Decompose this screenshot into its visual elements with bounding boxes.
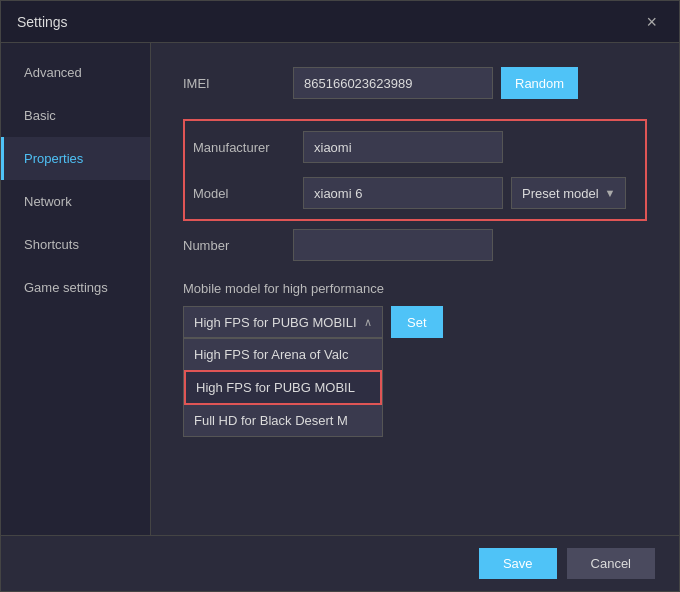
sidebar-item-shortcuts[interactable]: Shortcuts: [1, 223, 150, 266]
mobile-model-section: Mobile model for high performance High F…: [183, 281, 647, 338]
manufacturer-model-group: Manufacturer Model Preset model ▼: [183, 119, 647, 221]
mobile-model-label: Mobile model for high performance: [183, 281, 647, 296]
dropdown-option-3[interactable]: Full HD for Black Desert M: [184, 405, 382, 436]
close-button[interactable]: ×: [640, 11, 663, 33]
sidebar-item-properties[interactable]: Properties: [1, 137, 150, 180]
save-button[interactable]: Save: [479, 548, 557, 579]
imei-row: IMEI Random: [183, 67, 647, 99]
title-bar: Settings ×: [1, 1, 679, 43]
dropdown-selected[interactable]: High FPS for PUBG MOBILI ∧: [183, 306, 383, 338]
dropdown-list: High FPS for Arena of Valc High FPS for …: [183, 338, 383, 437]
manufacturer-input[interactable]: [303, 131, 503, 163]
imei-input[interactable]: [293, 67, 493, 99]
dropdown-row: High FPS for PUBG MOBILI ∧ High FPS for …: [183, 306, 647, 338]
dialog-title: Settings: [17, 14, 68, 30]
sidebar-item-basic[interactable]: Basic: [1, 94, 150, 137]
model-input[interactable]: [303, 177, 503, 209]
cancel-button[interactable]: Cancel: [567, 548, 655, 579]
content-area: Advanced Basic Properties Network Shortc…: [1, 43, 679, 535]
set-button[interactable]: Set: [391, 306, 443, 338]
main-content: IMEI Random Manufacturer Model: [151, 43, 679, 535]
random-button[interactable]: Random: [501, 67, 578, 99]
manufacturer-label: Manufacturer: [193, 140, 303, 155]
chevron-down-icon: ▼: [605, 187, 616, 199]
sidebar-item-advanced[interactable]: Advanced: [1, 51, 150, 94]
number-label: Number: [183, 238, 293, 253]
manufacturer-row: Manufacturer: [193, 131, 637, 163]
dropdown-option-2[interactable]: High FPS for PUBG MOBIL: [184, 370, 382, 405]
footer: Save Cancel: [1, 535, 679, 591]
imei-label: IMEI: [183, 76, 293, 91]
preset-model-button[interactable]: Preset model ▼: [511, 177, 626, 209]
number-row: Number: [183, 229, 647, 261]
chevron-up-icon: ∧: [364, 316, 372, 329]
number-input[interactable]: [293, 229, 493, 261]
model-row: Model Preset model ▼: [193, 177, 637, 209]
settings-dialog: Settings × Advanced Basic Properties Net…: [0, 0, 680, 592]
sidebar-item-game-settings[interactable]: Game settings: [1, 266, 150, 309]
model-label: Model: [193, 186, 303, 201]
sidebar-item-network[interactable]: Network: [1, 180, 150, 223]
sidebar: Advanced Basic Properties Network Shortc…: [1, 43, 151, 535]
dropdown-option-1[interactable]: High FPS for Arena of Valc: [184, 339, 382, 370]
